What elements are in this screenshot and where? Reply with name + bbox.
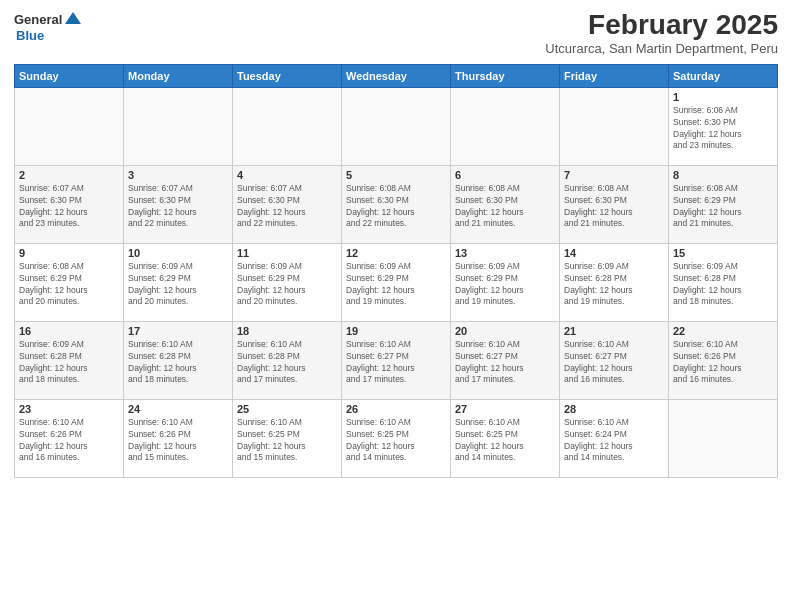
day-number: 4 <box>237 169 337 181</box>
day-number: 23 <box>19 403 119 415</box>
calendar-week-5: 23Sunrise: 6:10 AM Sunset: 6:26 PM Dayli… <box>15 399 778 477</box>
calendar-cell: 25Sunrise: 6:10 AM Sunset: 6:25 PM Dayli… <box>233 399 342 477</box>
day-info: Sunrise: 6:09 AM Sunset: 6:28 PM Dayligh… <box>564 261 664 309</box>
calendar-cell: 10Sunrise: 6:09 AM Sunset: 6:29 PM Dayli… <box>124 243 233 321</box>
day-number: 13 <box>455 247 555 259</box>
logo-icon <box>63 10 83 28</box>
calendar-cell: 1Sunrise: 6:06 AM Sunset: 6:30 PM Daylig… <box>669 87 778 165</box>
day-info: Sunrise: 6:10 AM Sunset: 6:25 PM Dayligh… <box>237 417 337 465</box>
day-number: 17 <box>128 325 228 337</box>
day-info: Sunrise: 6:10 AM Sunset: 6:28 PM Dayligh… <box>128 339 228 387</box>
calendar-cell: 27Sunrise: 6:10 AM Sunset: 6:25 PM Dayli… <box>451 399 560 477</box>
svg-marker-0 <box>65 12 81 24</box>
calendar-cell: 12Sunrise: 6:09 AM Sunset: 6:29 PM Dayli… <box>342 243 451 321</box>
day-info: Sunrise: 6:10 AM Sunset: 6:27 PM Dayligh… <box>346 339 446 387</box>
day-number: 2 <box>19 169 119 181</box>
calendar-cell <box>669 399 778 477</box>
title-block: February 2025 Utcurarca, San Martin Depa… <box>545 10 778 56</box>
day-info: Sunrise: 6:10 AM Sunset: 6:26 PM Dayligh… <box>673 339 773 387</box>
day-number: 12 <box>346 247 446 259</box>
calendar-week-1: 1Sunrise: 6:06 AM Sunset: 6:30 PM Daylig… <box>15 87 778 165</box>
calendar-weekday-tuesday: Tuesday <box>233 64 342 87</box>
day-number: 7 <box>564 169 664 181</box>
calendar-table: SundayMondayTuesdayWednesdayThursdayFrid… <box>14 64 778 478</box>
day-info: Sunrise: 6:07 AM Sunset: 6:30 PM Dayligh… <box>19 183 119 231</box>
calendar-cell: 26Sunrise: 6:10 AM Sunset: 6:25 PM Dayli… <box>342 399 451 477</box>
calendar-weekday-saturday: Saturday <box>669 64 778 87</box>
day-info: Sunrise: 6:08 AM Sunset: 6:29 PM Dayligh… <box>673 183 773 231</box>
calendar-cell: 20Sunrise: 6:10 AM Sunset: 6:27 PM Dayli… <box>451 321 560 399</box>
day-number: 9 <box>19 247 119 259</box>
day-info: Sunrise: 6:10 AM Sunset: 6:24 PM Dayligh… <box>564 417 664 465</box>
day-info: Sunrise: 6:10 AM Sunset: 6:26 PM Dayligh… <box>128 417 228 465</box>
calendar-cell <box>233 87 342 165</box>
day-info: Sunrise: 6:08 AM Sunset: 6:29 PM Dayligh… <box>19 261 119 309</box>
calendar-cell: 9Sunrise: 6:08 AM Sunset: 6:29 PM Daylig… <box>15 243 124 321</box>
day-info: Sunrise: 6:10 AM Sunset: 6:26 PM Dayligh… <box>19 417 119 465</box>
day-info: Sunrise: 6:09 AM Sunset: 6:29 PM Dayligh… <box>128 261 228 309</box>
day-number: 11 <box>237 247 337 259</box>
day-number: 1 <box>673 91 773 103</box>
calendar-cell: 2Sunrise: 6:07 AM Sunset: 6:30 PM Daylig… <box>15 165 124 243</box>
calendar-cell: 23Sunrise: 6:10 AM Sunset: 6:26 PM Dayli… <box>15 399 124 477</box>
calendar-cell: 4Sunrise: 6:07 AM Sunset: 6:30 PM Daylig… <box>233 165 342 243</box>
calendar-cell <box>342 87 451 165</box>
day-info: Sunrise: 6:09 AM Sunset: 6:29 PM Dayligh… <box>346 261 446 309</box>
calendar-weekday-friday: Friday <box>560 64 669 87</box>
day-number: 24 <box>128 403 228 415</box>
subtitle: Utcurarca, San Martin Department, Peru <box>545 41 778 56</box>
day-number: 15 <box>673 247 773 259</box>
calendar-cell: 21Sunrise: 6:10 AM Sunset: 6:27 PM Dayli… <box>560 321 669 399</box>
calendar-week-2: 2Sunrise: 6:07 AM Sunset: 6:30 PM Daylig… <box>15 165 778 243</box>
logo-blue: Blue <box>16 28 44 43</box>
day-number: 28 <box>564 403 664 415</box>
calendar-cell: 11Sunrise: 6:09 AM Sunset: 6:29 PM Dayli… <box>233 243 342 321</box>
calendar-week-3: 9Sunrise: 6:08 AM Sunset: 6:29 PM Daylig… <box>15 243 778 321</box>
day-info: Sunrise: 6:10 AM Sunset: 6:25 PM Dayligh… <box>455 417 555 465</box>
calendar-cell: 18Sunrise: 6:10 AM Sunset: 6:28 PM Dayli… <box>233 321 342 399</box>
calendar-cell: 15Sunrise: 6:09 AM Sunset: 6:28 PM Dayli… <box>669 243 778 321</box>
day-number: 3 <box>128 169 228 181</box>
day-info: Sunrise: 6:10 AM Sunset: 6:27 PM Dayligh… <box>455 339 555 387</box>
calendar-cell: 16Sunrise: 6:09 AM Sunset: 6:28 PM Dayli… <box>15 321 124 399</box>
day-number: 21 <box>564 325 664 337</box>
calendar-cell: 5Sunrise: 6:08 AM Sunset: 6:30 PM Daylig… <box>342 165 451 243</box>
calendar-cell: 17Sunrise: 6:10 AM Sunset: 6:28 PM Dayli… <box>124 321 233 399</box>
day-info: Sunrise: 6:07 AM Sunset: 6:30 PM Dayligh… <box>128 183 228 231</box>
day-number: 18 <box>237 325 337 337</box>
day-number: 6 <box>455 169 555 181</box>
page: General Blue February 2025 Utcurarca, Sa… <box>0 0 792 612</box>
calendar-cell <box>451 87 560 165</box>
day-number: 27 <box>455 403 555 415</box>
day-number: 26 <box>346 403 446 415</box>
calendar-cell: 24Sunrise: 6:10 AM Sunset: 6:26 PM Dayli… <box>124 399 233 477</box>
day-number: 8 <box>673 169 773 181</box>
calendar-cell: 28Sunrise: 6:10 AM Sunset: 6:24 PM Dayli… <box>560 399 669 477</box>
day-info: Sunrise: 6:08 AM Sunset: 6:30 PM Dayligh… <box>346 183 446 231</box>
day-info: Sunrise: 6:10 AM Sunset: 6:27 PM Dayligh… <box>564 339 664 387</box>
day-number: 19 <box>346 325 446 337</box>
calendar-cell: 14Sunrise: 6:09 AM Sunset: 6:28 PM Dayli… <box>560 243 669 321</box>
calendar-cell: 22Sunrise: 6:10 AM Sunset: 6:26 PM Dayli… <box>669 321 778 399</box>
day-info: Sunrise: 6:10 AM Sunset: 6:28 PM Dayligh… <box>237 339 337 387</box>
calendar-cell: 6Sunrise: 6:08 AM Sunset: 6:30 PM Daylig… <box>451 165 560 243</box>
day-info: Sunrise: 6:09 AM Sunset: 6:29 PM Dayligh… <box>455 261 555 309</box>
day-number: 14 <box>564 247 664 259</box>
calendar-cell: 13Sunrise: 6:09 AM Sunset: 6:29 PM Dayli… <box>451 243 560 321</box>
calendar-cell: 7Sunrise: 6:08 AM Sunset: 6:30 PM Daylig… <box>560 165 669 243</box>
day-number: 10 <box>128 247 228 259</box>
day-number: 5 <box>346 169 446 181</box>
day-info: Sunrise: 6:08 AM Sunset: 6:30 PM Dayligh… <box>455 183 555 231</box>
calendar-header-row: SundayMondayTuesdayWednesdayThursdayFrid… <box>15 64 778 87</box>
day-info: Sunrise: 6:06 AM Sunset: 6:30 PM Dayligh… <box>673 105 773 153</box>
calendar-weekday-thursday: Thursday <box>451 64 560 87</box>
day-info: Sunrise: 6:09 AM Sunset: 6:28 PM Dayligh… <box>19 339 119 387</box>
calendar-week-4: 16Sunrise: 6:09 AM Sunset: 6:28 PM Dayli… <box>15 321 778 399</box>
day-number: 22 <box>673 325 773 337</box>
day-info: Sunrise: 6:07 AM Sunset: 6:30 PM Dayligh… <box>237 183 337 231</box>
day-number: 25 <box>237 403 337 415</box>
logo-general: General <box>14 12 62 27</box>
day-info: Sunrise: 6:10 AM Sunset: 6:25 PM Dayligh… <box>346 417 446 465</box>
calendar-cell <box>124 87 233 165</box>
calendar-cell: 3Sunrise: 6:07 AM Sunset: 6:30 PM Daylig… <box>124 165 233 243</box>
